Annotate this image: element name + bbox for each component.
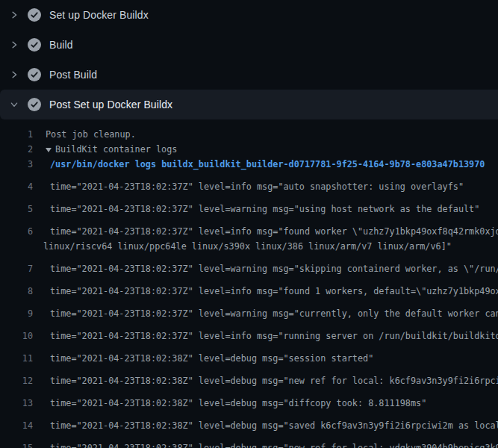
log-line: 9 time="2021-04-23T18:02:37Z" level=warn… [0,299,498,321]
log-line-number[interactable]: 13 [0,396,33,411]
step-title: Build [49,39,73,51]
log-line-number[interactable]: 10 [0,329,33,343]
log-line-number[interactable]: 4 [0,179,33,194]
log-line-number[interactable]: 14 [0,418,33,433]
step-title: Post Build [49,69,97,81]
log-line-text: time="2021-04-23T18:02:38Z" level=debug … [50,441,498,448]
log-line-number[interactable]: 8 [0,284,33,299]
log-line: 12 time="2021-04-23T18:02:38Z" level=deb… [0,366,498,388]
log-line-number[interactable]: 9 [0,306,33,321]
log-line-text: time="2021-04-23T18:02:38Z" level=debug … [50,418,498,433]
actions-log-viewer: Set up Docker Buildx Build [0,0,498,448]
check-circle-icon [28,38,41,52]
log-line: 7 time="2021-04-23T18:02:37Z" level=warn… [0,254,498,276]
log-line-text: time="2021-04-23T18:02:37Z" level=warnin… [50,202,479,217]
log-line: 8 time="2021-04-23T18:02:37Z" level=info… [0,276,498,299]
chevron-icon[interactable] [10,10,19,19]
log-line: 10 time="2021-04-23T18:02:37Z" level=inf… [0,321,498,343]
step-header[interactable]: Set up Docker Buildx [0,0,498,30]
steps-list: Set up Docker Buildx Build [0,0,498,119]
step-header[interactable]: Build [0,30,498,60]
step-header[interactable]: Post Build [0,60,498,90]
check-circle-icon [28,98,41,111]
chevron-right-icon [10,70,19,79]
group-collapse-icon[interactable] [46,142,52,157]
chevron-right-icon [10,40,19,49]
log-line-text: time="2021-04-23T18:02:37Z" level=info m… [50,284,498,299]
log-line-text: time="2021-04-23T18:02:37Z" level=info m… [50,179,464,194]
step-title: Post Set up Docker Buildx [49,99,172,111]
log-line-text: BuildKit container logs [46,142,177,157]
log-line: 1 Post job cleanup. [0,127,498,142]
chevron-icon[interactable] [10,100,19,109]
log-line-text: time="2021-04-23T18:02:37Z" level=info m… [50,329,498,343]
log-line-number[interactable]: 1 [0,127,33,142]
log-line: 14 time="2021-04-23T18:02:38Z" level=deb… [0,411,498,433]
log-line-content: time="2021-04-23T18:02:37Z" level=warnin… [50,264,498,274]
log-line: 11 time="2021-04-23T18:02:38Z" level=deb… [0,343,498,366]
log-line-number[interactable]: 2 [0,142,33,157]
log-line: 5 time="2021-04-23T18:02:37Z" level=warn… [0,194,498,217]
log-line: linux/riscv64 linux/ppc64le linux/s390x … [0,239,498,254]
log-line-number[interactable]: 6 [0,224,33,239]
log-line-content: linux/riscv64 linux/ppc64le linux/s390x … [43,241,452,252]
log-line-content: time="2021-04-23T18:02:37Z" level=info m… [50,226,498,237]
log-line-content: time="2021-04-23T18:02:37Z" level=info m… [50,331,498,341]
log-line-text: time="2021-04-23T18:02:37Z" level=info m… [50,224,498,239]
log-line-number[interactable]: 15 [0,441,33,448]
log-line-content: BuildKit container logs [55,144,177,155]
chevron-down-icon [10,100,19,109]
log-line-text: time="2021-04-23T18:02:37Z" level=warnin… [50,306,498,321]
log-line-content: time="2021-04-23T18:02:37Z" level=warnin… [50,308,498,319]
log-line-text: linux/riscv64 linux/ppc64le linux/s390x … [43,239,452,254]
log-line-number[interactable]: 7 [0,261,33,276]
log-line-number[interactable]: 11 [0,351,33,366]
chevron-icon[interactable] [10,40,19,49]
log-line-content: time="2021-04-23T18:02:37Z" level=info m… [50,181,464,192]
log-line-number[interactable]: 12 [0,373,33,388]
log-line-content: /usr/bin/docker logs buildx_buildkit_bui… [50,159,485,169]
log-line-number[interactable] [0,239,33,254]
log-line-text: time="2021-04-23T18:02:38Z" level=debug … [50,396,426,411]
check-circle-icon [28,68,41,81]
log-line-text: time="2021-04-23T18:02:38Z" level=debug … [50,351,373,366]
log-line-content: time="2021-04-23T18:02:38Z" level=debug … [50,443,498,448]
log-line: 15 time="2021-04-23T18:02:38Z" level=deb… [0,433,498,448]
step-title: Set up Docker Buildx [49,9,149,21]
log-line: 4 time="2021-04-23T18:02:37Z" level=info… [0,172,498,194]
log-output: 1 Post job cleanup. 2 BuildKit container… [0,119,498,448]
log-line-number[interactable]: 5 [0,202,33,217]
log-line: 3 /usr/bin/docker logs buildx_buildkit_b… [0,157,498,172]
log-line-content: time="2021-04-23T18:02:38Z" level=debug … [50,398,426,408]
log-line: 6 time="2021-04-23T18:02:37Z" level=info… [0,217,498,239]
log-line: 2 BuildKit container logs [0,142,498,157]
log-line-content: time="2021-04-23T18:02:37Z" level=info m… [50,286,498,296]
log-line-text: time="2021-04-23T18:02:38Z" level=debug … [50,373,498,388]
log-line-content: time="2021-04-23T18:02:38Z" level=debug … [50,420,498,431]
log-line-content: time="2021-04-23T18:02:37Z" level=warnin… [50,204,479,214]
log-line-number[interactable]: 3 [0,157,33,172]
chevron-right-icon [10,10,19,19]
log-line: 13 time="2021-04-23T18:02:38Z" level=deb… [0,388,498,411]
log-line-content: Post job cleanup. [46,129,136,140]
check-circle-icon [28,8,41,22]
log-line-content: time="2021-04-23T18:02:38Z" level=debug … [50,376,498,386]
log-line-content: time="2021-04-23T18:02:38Z" level=debug … [50,353,373,364]
step-header[interactable]: Post Set up Docker Buildx [0,90,498,119]
log-line-text: time="2021-04-23T18:02:37Z" level=warnin… [50,261,498,276]
log-line-text: Post job cleanup. [46,127,136,142]
log-line-text: /usr/bin/docker logs buildx_buildkit_bui… [50,157,485,172]
chevron-icon[interactable] [10,70,19,79]
